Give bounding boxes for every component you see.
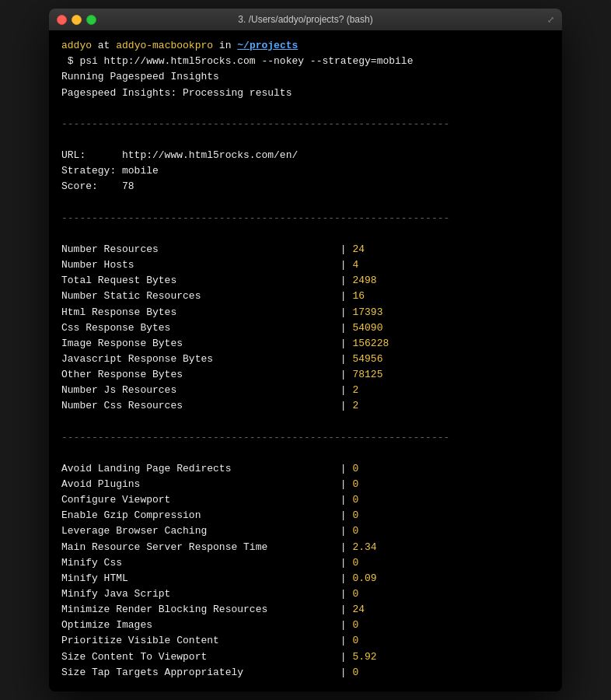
prompt-command: psi http://www.html5rocks.com --nokey --…: [79, 55, 413, 67]
output-line: Javascript Response Bytes | 54956: [61, 352, 550, 367]
output-line: Image Response Bytes | 156228: [61, 336, 550, 352]
prompt-line: addyo at addyo-macbookpro in ~/projects: [61, 38, 550, 54]
output-area: Running Pagespeed InsightsPagespeed Insi…: [61, 69, 550, 680]
window-controls[interactable]: [57, 15, 96, 25]
output-line: Number Js Resources | 2: [61, 383, 550, 398]
output-line: Html Response Bytes | 17393: [61, 305, 550, 320]
output-line: Enable Gzip Compression | 0: [61, 508, 550, 523]
output-line: Prioritize Visible Content | 0: [61, 633, 550, 649]
output-line: [61, 195, 550, 211]
output-line: [61, 414, 550, 429]
output-line: Avoid Plugins | 0: [61, 477, 550, 492]
title-bar: 3. /Users/addyo/projects? (bash) ⤢: [49, 9, 562, 30]
terminal-body[interactable]: addyo at addyo-macbookpro in ~/projects …: [49, 30, 562, 691]
output-line: Avoid Landing Page Redirects | 0: [61, 461, 550, 477]
output-line: Css Response Bytes | 54090: [61, 320, 550, 336]
output-line: Pagespeed Insights: Processing results: [61, 86, 550, 101]
output-line: Total Request Bytes | 2498: [61, 273, 550, 289]
output-line: Optimize Images | 0: [61, 618, 550, 633]
output-line: Number Css Resources | 2: [61, 398, 550, 414]
output-line: Running Pagespeed Insights: [61, 69, 550, 85]
maximize-button[interactable]: [86, 15, 96, 25]
prompt-dir: ~/projects: [237, 40, 298, 51]
command-line: $ psi http://www.html5rocks.com --nokey …: [61, 54, 550, 69]
output-line: Configure Viewport | 0: [61, 492, 550, 508]
output-line: Minify Java Script | 0: [61, 586, 550, 602]
output-line: [61, 446, 550, 461]
output-line: [61, 226, 550, 242]
close-button[interactable]: [57, 15, 67, 25]
prompt-dollar: $: [61, 55, 79, 67]
output-line: Score: 78: [61, 179, 550, 194]
output-line: Minify Css | 0: [61, 555, 550, 571]
output-line: Minify HTML | 0.09: [61, 571, 550, 586]
output-line: [61, 132, 550, 148]
output-line: Size Content To Viewport | 5.92: [61, 649, 550, 665]
window-title: 3. /Users/addyo/projects? (bash): [238, 14, 372, 25]
terminal-window: 3. /Users/addyo/projects? (bash) ⤢ addyo…: [49, 9, 562, 691]
output-line: Number Hosts | 4: [61, 257, 550, 273]
expand-icon[interactable]: ⤢: [547, 15, 554, 25]
prompt-at-text: at: [92, 40, 116, 51]
output-line: Main Resource Server Response Time | 2.3…: [61, 540, 550, 555]
minimize-button[interactable]: [72, 15, 82, 25]
output-line: ----------------------------------------…: [61, 117, 550, 132]
prompt-host: addyo-macbookpro: [116, 40, 213, 51]
output-line: Minimize Render Blocking Resources | 24: [61, 602, 550, 618]
prompt-user: addyo: [61, 40, 92, 51]
output-line: ----------------------------------------…: [61, 211, 550, 226]
output-line: Leverage Browser Caching | 0: [61, 523, 550, 539]
output-line: ----------------------------------------…: [61, 430, 550, 446]
output-line: [61, 101, 550, 117]
output-line: Other Response Bytes | 78125: [61, 367, 550, 383]
output-line: Number Resources | 24: [61, 242, 550, 257]
output-line: Size Tap Targets Appropriately | 0: [61, 665, 550, 681]
output-line: URL: http://www.html5rocks.com/en/: [61, 148, 550, 163]
output-line: Number Static Resources | 16: [61, 289, 550, 304]
prompt-in-text: in: [213, 40, 237, 51]
output-line: Strategy: mobile: [61, 163, 550, 179]
